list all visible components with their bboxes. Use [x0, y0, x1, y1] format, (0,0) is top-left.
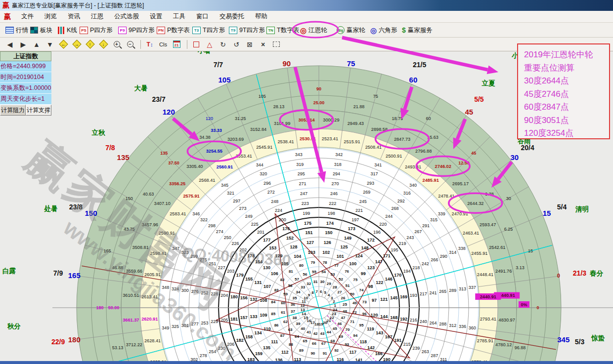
toolbar-button-T数字表[interactable]: TNT数字表 [265, 24, 301, 36]
menu-item-2[interactable]: 浏览 [39, 11, 62, 22]
svg-text:2491.76: 2491.76 [495, 269, 512, 274]
menu-item-3[interactable]: 资讯 [62, 11, 86, 22]
svg-text:28.13: 28.13 [273, 104, 285, 109]
svg-text:20/4: 20/4 [521, 144, 534, 152]
toolbar-button-六角形[interactable]: ◎六角形 [369, 24, 399, 36]
center-cross-button[interactable]: × [257, 39, 269, 50]
up-button[interactable]: ▲ [31, 39, 43, 50]
svg-text:291: 291 [422, 223, 430, 228]
svg-text:110: 110 [263, 326, 271, 331]
svg-text:134: 134 [255, 330, 262, 335]
menu-item-4[interactable]: 江恩 [86, 11, 109, 22]
svg-text:142: 142 [367, 345, 375, 350]
svg-text:181: 181 [230, 317, 238, 322]
svg-text:31: 31 [313, 280, 318, 284]
rotate-ccw-button[interactable]: ↺ [230, 39, 242, 50]
diamond-up-button[interactable]: ↑ [84, 39, 96, 50]
svg-text:秋分: 秋分 [7, 323, 21, 330]
svg-text:217: 217 [420, 291, 427, 296]
svg-text:0: 0 [536, 305, 539, 310]
toolbar-button-P四方形[interactable]: PSP四方形 [78, 24, 114, 36]
menu-item-10[interactable]: 帮助 [250, 11, 273, 22]
menu-item-1[interactable]: 文件 [16, 11, 39, 22]
svg-text:124: 124 [355, 253, 362, 258]
triangle-tool-button[interactable]: △ [204, 39, 216, 50]
menu-item-9[interactable]: 交易委托 [214, 11, 250, 22]
rect-tool-icon [193, 41, 199, 47]
svg-text:337: 337 [469, 285, 476, 290]
down-button[interactable]: ▼ [44, 39, 56, 50]
panel-field-4: 周天变化步长=1 [0, 94, 51, 105]
toolbar-button-9T四方形[interactable]: T99T四方形 [227, 24, 266, 36]
svg-text:194: 194 [403, 269, 411, 274]
svg-text:81: 81 [289, 269, 293, 274]
svg-text:94: 94 [353, 333, 357, 338]
cls-button[interactable]: Cls [157, 39, 169, 50]
svg-text:7/8: 7/8 [105, 144, 115, 152]
menu-item-8[interactable]: 窗口 [191, 11, 214, 22]
svg-text:43: 43 [320, 331, 324, 336]
svg-text:2523.41: 2523.41 [322, 136, 338, 141]
toolbar-button-9P四方形[interactable]: P99P四方形 [117, 24, 156, 36]
note-line-2: 重要点位测算 [524, 62, 606, 75]
panel-button-resistance[interactable]: 计算阻力 [0, 105, 26, 116]
svg-text:180: 180 [68, 335, 81, 344]
svg-text:25: 25 [343, 302, 347, 307]
svg-text:90: 90 [310, 351, 315, 356]
svg-text:58: 58 [288, 283, 293, 288]
calendar-button[interactable]: 21 [171, 39, 182, 50]
toolbar-button-赢家服务[interactable]: $赢家服务 [400, 24, 434, 36]
measure-button[interactable]: T↕ [144, 39, 156, 50]
svg-text:92: 92 [334, 348, 339, 353]
zoom-out-button[interactable]: − [124, 39, 136, 50]
svg-text:90: 90 [283, 59, 291, 68]
zoom-in-button[interactable]: + [111, 39, 123, 50]
toolbar-button-label: 赢家轮 [347, 26, 365, 35]
svg-text:5/3: 5/3 [575, 338, 585, 346]
diamond-left-button[interactable]: ← [57, 39, 69, 50]
toolbar-button-T四方形[interactable]: T3T四方形 [191, 24, 226, 36]
rect-tool-button[interactable] [190, 39, 202, 50]
lasso-button[interactable] [270, 39, 282, 50]
boxed-x-button[interactable]: ⊠ [244, 39, 256, 50]
svg-text:35: 35 [293, 296, 297, 300]
toolbar-button-赢家轮[interactable]: Big赢家轮 [335, 24, 367, 36]
svg-text:125: 125 [340, 244, 348, 249]
toolbar-button-行情[interactable]: 行情 [4, 24, 30, 36]
svg-text:90: 90 [316, 86, 321, 91]
diamond-down-button[interactable]: ↓ [97, 39, 109, 50]
svg-text:166: 166 [375, 351, 383, 356]
svg-text:3356.25: 3356.25 [169, 181, 185, 186]
diamond-right-button[interactable]: → [71, 39, 83, 50]
svg-text:2620.91: 2620.91 [141, 317, 158, 322]
svg-text:201: 201 [257, 230, 264, 235]
rotate-cw-button[interactable]: ↻ [217, 39, 229, 50]
svg-text:2598.41: 2598.41 [150, 251, 167, 256]
note-line-4: 45度2746点 [524, 88, 606, 101]
next-button[interactable]: ▶ [17, 39, 29, 50]
cls-icon: Cls [159, 41, 167, 47]
svg-text:83: 83 [274, 288, 279, 292]
svg-text:30: 30 [320, 280, 324, 284]
svg-text:216: 216 [410, 318, 417, 323]
svg-text:3661.37: 3661.37 [123, 318, 139, 323]
svg-text:266: 266 [431, 257, 438, 262]
svg-text:336: 336 [459, 324, 466, 329]
svg-text:5: 5 [324, 290, 326, 295]
note-line-7: 120度3254点 [524, 127, 606, 140]
svg-text:349: 349 [162, 325, 169, 330]
svg-text:65: 65 [303, 339, 307, 343]
panel-button-support[interactable]: 计算支撑 [26, 105, 51, 116]
toolbar-button-K线[interactable]: K线 [55, 24, 79, 36]
toolbar-button-P数字表[interactable]: PNP数字表 [155, 24, 191, 36]
svg-text:271: 271 [299, 181, 306, 186]
menu-item-7[interactable]: 工具 [168, 11, 191, 22]
toolbar-button-江恩轮[interactable]: ◎江恩轮 [299, 24, 329, 36]
svg-text:263: 263 [422, 349, 429, 354]
svg-text:225: 225 [251, 222, 259, 227]
menu-item-5[interactable]: 公式选股 [109, 11, 144, 22]
prev-button[interactable]: ◀ [4, 39, 16, 50]
toolbar-button-板块[interactable]: 板块 [29, 24, 54, 36]
menu-item-6[interactable]: 设置 [144, 11, 168, 22]
svg-text:2493.41: 2493.41 [405, 164, 421, 169]
